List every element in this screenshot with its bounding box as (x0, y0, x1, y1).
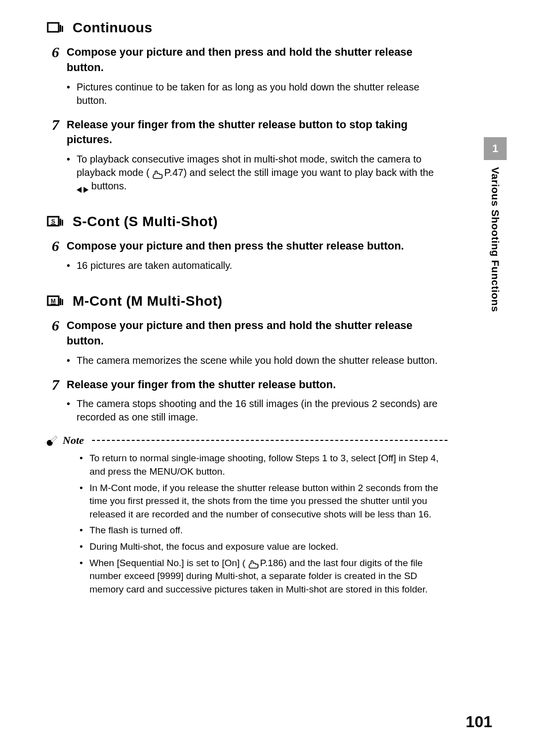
bullet-item: 16 pictures are taken automatically. (67, 259, 448, 272)
bullet-item: Pictures continue to be taken for as lon… (67, 81, 448, 107)
reference-hand-icon (152, 169, 164, 178)
step-title: Compose your picture and then press and … (67, 45, 448, 76)
svg-marker-3 (77, 187, 82, 193)
reference-hand-icon (248, 559, 260, 568)
step-6: 6 Compose your picture and then press an… (67, 45, 448, 76)
step-number: 6 (52, 238, 59, 254)
svg-rect-9 (62, 220, 63, 226)
note-header: Note (47, 434, 448, 447)
bullet-list: 16 pictures are taken automatically. (67, 259, 448, 272)
step-number: 6 (52, 317, 59, 334)
bullet-item: The camera stops shooting and the 16 sti… (67, 397, 448, 424)
note-item: In M-Cont mode, if you release the shutt… (80, 482, 448, 521)
page-content: Continuous 6 Compose your picture and th… (50, 20, 448, 599)
section-heading-mcont: M M-Cont (M Multi-Shot) (47, 293, 448, 309)
note-item: The flash is turned off. (80, 524, 448, 537)
step-number: 6 (52, 44, 59, 61)
step-7: 7 Release your finger from the shutter r… (67, 377, 448, 393)
section-title: Continuous (73, 20, 153, 36)
text-fragment: buttons. (91, 180, 127, 191)
chapter-number-box: 1 (484, 137, 507, 160)
chapter-tab: 1 Various Shooting Functions (483, 137, 507, 312)
left-right-arrows-icon (77, 183, 89, 190)
step-number: 7 (52, 376, 59, 393)
bullet-list: The camera stops shooting and the 16 sti… (67, 397, 448, 424)
bullet-item-playback: To playback consecutive images shot in m… (67, 153, 448, 193)
svg-marker-4 (84, 187, 89, 193)
step-title: Compose your picture and then press and … (67, 318, 448, 349)
svg-marker-16 (51, 436, 57, 442)
s-mode-icon: S (47, 215, 64, 229)
page-ref: P.47 (164, 167, 183, 178)
section-title: S-Cont (S Multi-Shot) (73, 214, 218, 230)
step-6: 6 Compose your picture and then press an… (67, 318, 448, 349)
note-label: Note (63, 434, 84, 447)
bullet-list: To playback consecutive images shot in m… (67, 153, 448, 193)
step-6: 6 Compose your picture and then press th… (67, 239, 448, 254)
step-title: Release your finger from the shutter rel… (67, 377, 448, 393)
continuous-icon (47, 21, 64, 35)
page-number: 101 (466, 713, 492, 731)
step-number: 7 (52, 116, 59, 133)
text-fragment: When [Sequential No.] is set to [On] ( (90, 558, 246, 568)
note-item: During Multi-shot, the focus and exposur… (80, 540, 448, 554)
bullet-list: Pictures continue to be taken for as lon… (67, 81, 448, 107)
step-7: 7 Release your finger from the shutter r… (67, 117, 448, 148)
chapter-title: Various Shooting Functions (489, 167, 501, 312)
step-title: Release your finger from the shutter rel… (67, 117, 448, 148)
section-heading-scont: S S-Cont (S Multi-Shot) (47, 214, 448, 230)
text-fragment: ) and select the still image you want to… (183, 167, 434, 178)
note-list: To return to normal single-image shootin… (80, 452, 448, 596)
svg-rect-13 (60, 298, 61, 305)
step-title: Compose your picture and then press the … (67, 239, 448, 254)
bullet-list: The camera memorizes the scene while you… (67, 354, 448, 367)
note-dash-rule (92, 440, 448, 441)
m-mode-icon: M (47, 294, 64, 308)
svg-rect-0 (48, 23, 59, 32)
bullet-item: The camera memorizes the scene while you… (67, 354, 448, 367)
svg-rect-1 (60, 25, 61, 32)
chapter-number: 1 (492, 142, 498, 155)
manual-page: Continuous 6 Compose your picture and th… (0, 0, 537, 756)
svg-rect-14 (62, 299, 63, 305)
page-ref: P.186 (260, 558, 283, 568)
section-heading-continuous: Continuous (47, 20, 448, 36)
svg-text:S: S (51, 218, 55, 225)
section-title: M-Cont (M Multi-Shot) (73, 293, 222, 309)
note-block: Note To return to normal single-image sh… (47, 434, 448, 596)
note-item-sequential: When [Sequential No.] is set to [On] ( P… (80, 557, 448, 596)
pencil-icon (47, 435, 58, 446)
svg-text:M: M (51, 298, 56, 305)
svg-rect-2 (62, 26, 63, 32)
note-item: To return to normal single-image shootin… (80, 452, 448, 478)
svg-rect-8 (60, 219, 61, 226)
